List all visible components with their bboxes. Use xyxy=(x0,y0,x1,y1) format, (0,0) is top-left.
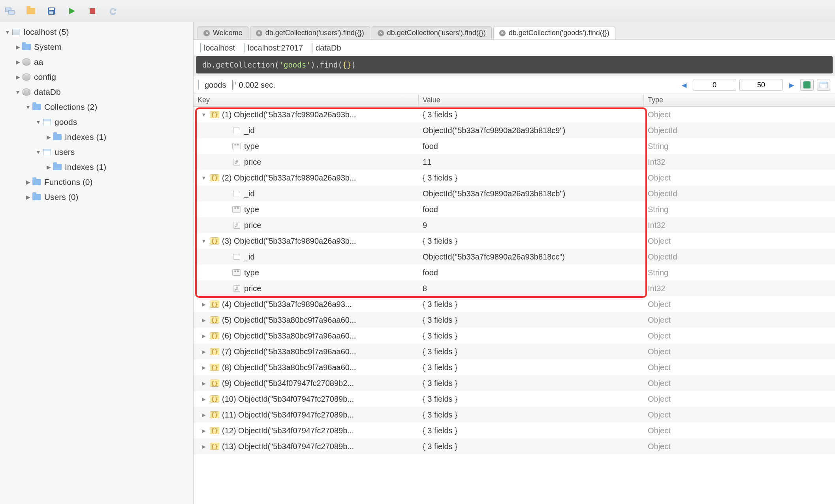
grid-row[interactable]: ▶{}(10) ObjectId("5b34f07947fc27089b...{… xyxy=(194,391,835,407)
chevron-icon[interactable]: ▼ xyxy=(200,175,208,181)
breadcrumb-db: dataDb xyxy=(316,43,341,53)
col-header-key[interactable]: Key xyxy=(194,94,419,106)
grid-row[interactable]: #price11Int32 xyxy=(194,154,835,170)
results-status-bar: goods 0.002 sec. ◀ ▶ xyxy=(194,76,835,94)
chevron-icon[interactable]: ▶ xyxy=(200,365,208,370)
tree-node[interactable]: ▼dataDb xyxy=(0,85,193,100)
grid-row[interactable]: _idObjectId("5b33a7fc9890a26a93b818c9")O… xyxy=(194,122,835,138)
grid-row[interactable]: _idObjectId("5b33a7fc9890a26a93b818cc")O… xyxy=(194,249,835,265)
chevron-icon[interactable]: ▶ xyxy=(14,59,21,65)
close-icon[interactable]: ✕ xyxy=(499,30,506,36)
table-view-button[interactable] xyxy=(817,79,830,91)
grid-row[interactable]: #price8Int32 xyxy=(194,280,835,296)
tree-node[interactable]: ▶Indexes (1) xyxy=(0,160,193,175)
grid-row[interactable]: ▶{}(12) ObjectId("5b34f07947fc27089b...{… xyxy=(194,423,835,438)
chevron-icon[interactable]: ▶ xyxy=(200,412,208,418)
cell-type: String xyxy=(648,268,668,277)
grid-row[interactable]: ▶{}(4) ObjectId("5b33a7fc9890a26a93...{ … xyxy=(194,296,835,312)
editor-tab[interactable]: ✕db.getCollection('goods').find({}) xyxy=(493,26,615,39)
grid-row[interactable]: ▶{}(7) ObjectId("5b33a80bc9f7a96aa60...{… xyxy=(194,344,835,359)
grid-row[interactable]: ▶{}(5) ObjectId("5b33a80bc9f7a96aa60...{… xyxy=(194,312,835,328)
chevron-icon[interactable]: ▶ xyxy=(200,396,208,402)
tree-node[interactable]: ▶Users (0) xyxy=(0,190,193,205)
open-folder-icon[interactable] xyxy=(24,5,37,17)
page-prev-button[interactable]: ◀ xyxy=(679,79,690,90)
col-header-type[interactable]: Type xyxy=(644,94,835,106)
grid-row[interactable]: ▶{}(13) ObjectId("5b34f07947fc27089b...{… xyxy=(194,438,835,454)
chevron-icon[interactable]: ▶ xyxy=(200,444,208,449)
col-header-value[interactable]: Value xyxy=(419,94,644,106)
editor-tab[interactable]: ✕db.getCollection('users').find({}) xyxy=(250,26,370,39)
query-input[interactable]: db.getCollection('goods').find({}) xyxy=(196,56,833,73)
grid-header: Key Value Type xyxy=(194,94,835,107)
chevron-icon[interactable]: ▶ xyxy=(200,301,208,307)
page-size-input[interactable] xyxy=(739,79,783,91)
chevron-icon[interactable]: ▼ xyxy=(35,149,42,155)
grid-row[interactable]: ▶{}(9) ObjectId("5b34f07947fc27089b2...{… xyxy=(194,375,835,391)
tree-node[interactable]: ▶config xyxy=(0,70,193,85)
chevron-icon[interactable]: ▶ xyxy=(200,349,208,355)
editor-tab[interactable]: ✕db.getCollection('users').find({}) xyxy=(372,26,492,39)
chevron-icon[interactable]: ▼ xyxy=(24,104,32,110)
close-icon[interactable]: ✕ xyxy=(256,30,262,36)
tree-root[interactable]: ▼ localhost (5) xyxy=(0,24,193,39)
cell-type: String xyxy=(648,205,668,214)
tree-node[interactable]: ▶aa xyxy=(0,55,193,70)
cell-type: Object xyxy=(648,316,671,324)
close-icon[interactable]: ✕ xyxy=(378,30,384,36)
chevron-icon[interactable]: ▶ xyxy=(24,194,32,200)
cell-key: type xyxy=(244,142,259,151)
grid-row[interactable]: ▼{}(1) ObjectId("5b33a7fc9890a26a93b...{… xyxy=(194,107,835,122)
chevron-icon[interactable]: ▶ xyxy=(45,134,52,140)
grid-row[interactable]: ""typefoodString xyxy=(194,201,835,217)
chevron-icon[interactable]: ▶ xyxy=(200,333,208,339)
chevron-icon[interactable]: ▶ xyxy=(200,428,208,434)
grid-row[interactable]: ▶{}(11) ObjectId("5b34f07947fc27089b...{… xyxy=(194,407,835,423)
close-icon[interactable]: ✕ xyxy=(203,30,210,36)
page-from-input[interactable] xyxy=(693,79,736,91)
cell-type: Object xyxy=(648,110,671,119)
save-icon[interactable] xyxy=(45,5,58,17)
object-icon: {} xyxy=(210,443,220,450)
chevron-icon[interactable]: ▼ xyxy=(200,238,208,244)
chevron-icon[interactable]: ▼ xyxy=(200,112,208,118)
refresh-icon[interactable] xyxy=(107,5,119,17)
page-next-button[interactable]: ▶ xyxy=(786,79,797,90)
editor-tab[interactable]: ✕Welcome xyxy=(197,26,248,39)
grid-row[interactable]: ▶{}(6) ObjectId("5b33a80bc9f7a96aa60...{… xyxy=(194,328,835,344)
chevron-icon[interactable]: ▼ xyxy=(35,119,42,125)
play-icon[interactable] xyxy=(66,5,78,17)
number-icon: # xyxy=(233,222,240,229)
chevron-icon[interactable]: ▶ xyxy=(24,179,32,185)
results-grid: Key Value Type ▼{}(1) ObjectId("5b33a7fc… xyxy=(194,94,835,504)
grid-row[interactable]: ""typefoodString xyxy=(194,138,835,154)
chevron-down-icon[interactable]: ▼ xyxy=(4,29,11,35)
chevron-icon[interactable]: ▶ xyxy=(14,74,21,80)
chevron-icon[interactable]: ▼ xyxy=(14,89,21,95)
tree-node[interactable]: ▶System xyxy=(0,39,193,55)
grid-row[interactable]: ▼{}(3) ObjectId("5b33a7fc9890a26a93b...{… xyxy=(194,233,835,249)
tree-node[interactable]: ▼users xyxy=(0,145,193,160)
stop-icon[interactable] xyxy=(86,5,99,17)
clock-icon xyxy=(232,81,233,90)
grid-row[interactable]: ""typefoodString xyxy=(194,265,835,280)
chevron-icon[interactable]: ▶ xyxy=(200,380,208,386)
tree-node[interactable]: ▼Collections (2) xyxy=(0,100,193,115)
cell-key: price xyxy=(244,158,261,167)
editor-pane: ✕Welcome✕db.getCollection('users').find(… xyxy=(194,22,835,504)
connection-tree: ▼ localhost (5) ▶System▶aa▶config▼dataDb… xyxy=(0,22,194,504)
chevron-icon[interactable]: ▶ xyxy=(200,317,208,323)
tree-node[interactable]: ▶Functions (0) xyxy=(0,175,193,190)
connect-icon[interactable] xyxy=(4,5,17,17)
chevron-icon[interactable]: ▶ xyxy=(14,44,21,50)
grid-row[interactable]: #price9Int32 xyxy=(194,217,835,233)
tree-node[interactable]: ▼goods xyxy=(0,115,193,130)
tree-node[interactable]: ▶Indexes (1) xyxy=(0,130,193,145)
grid-row[interactable]: ▼{}(2) ObjectId("5b33a7fc9890a26a93b...{… xyxy=(194,170,835,186)
tree-view-button[interactable] xyxy=(800,79,814,91)
cell-key: price xyxy=(244,221,261,230)
grid-row[interactable]: ▶{}(8) ObjectId("5b33a80bc9f7a96aa60...{… xyxy=(194,359,835,375)
grid-row[interactable]: _idObjectId("5b33a7fc9890a26a93b818cb")O… xyxy=(194,186,835,201)
cell-key: (2) ObjectId("5b33a7fc9890a26a93b... xyxy=(222,173,356,182)
chevron-icon[interactable]: ▶ xyxy=(45,164,52,170)
